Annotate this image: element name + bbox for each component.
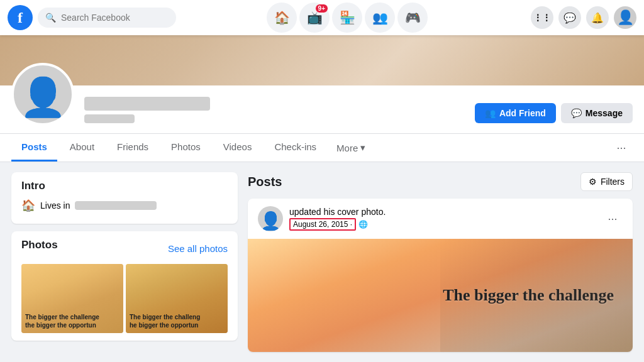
- photo-item-2[interactable]: The bigger the challenghe bigger the opp…: [126, 264, 228, 333]
- profile-name-area: [84, 97, 465, 126]
- intro-title: Intro: [21, 180, 228, 192]
- profile-sub-blurred: [84, 114, 135, 123]
- notifications-button[interactable]: 🔔: [586, 6, 609, 29]
- facebook-logo-f: f: [18, 9, 23, 26]
- profile-tabs: Posts About Friends Photos Videos Check-…: [0, 134, 644, 162]
- profile-avatar: 👤: [11, 63, 74, 126]
- tab-more-button[interactable]: More ▾: [329, 137, 373, 158]
- post-user-avatar: 👤: [258, 206, 283, 231]
- tab-photos[interactable]: Photos: [161, 134, 211, 162]
- globe-icon: 🌐: [358, 220, 368, 229]
- lives-in-value-blurred: [75, 201, 157, 210]
- watch-badge: 9+: [315, 4, 328, 13]
- more-label: More: [336, 143, 358, 153]
- message-button[interactable]: 💬 Message: [561, 103, 633, 123]
- gaming-nav-button[interactable]: 🎮: [397, 3, 428, 33]
- add-friend-icon: 👥: [485, 108, 496, 118]
- post-date-box[interactable]: August 26, 2015 ·: [289, 218, 356, 231]
- profile-actions: 👥 Add Friend 💬 Message: [475, 103, 633, 126]
- see-all-photos-link[interactable]: See all photos: [168, 243, 228, 254]
- topnav-center: 🏠 📺 9+ 🏪 👥 🎮: [184, 3, 511, 33]
- intro-card: Intro 🏠 Lives in: [11, 172, 238, 224]
- filters-icon: ⚙: [589, 177, 597, 187]
- photos-card: Photos See all photos The bigger the cha…: [11, 231, 238, 341]
- tab-about[interactable]: About: [60, 134, 104, 162]
- lives-in-label: Lives in: [40, 200, 70, 211]
- intro-lives-row: 🏠 Lives in: [21, 199, 228, 212]
- tab-options-button[interactable]: ···: [610, 136, 633, 159]
- profile-info-area: 👤 👥 Add Friend 💬 Message: [1, 85, 643, 133]
- post-avatar-person-icon: 👤: [260, 211, 282, 231]
- add-friend-button[interactable]: 👥 Add Friend: [475, 103, 556, 123]
- bell-icon: 🔔: [591, 12, 604, 24]
- tab-friends[interactable]: Friends: [107, 134, 158, 162]
- user-avatar[interactable]: 👤: [614, 6, 636, 29]
- photos-title: Photos: [21, 239, 58, 251]
- message-icon: 💬: [571, 108, 582, 118]
- tab-posts[interactable]: Posts: [11, 134, 57, 162]
- post-date-area: August 26, 2015 · 🌐: [289, 218, 386, 231]
- facebook-logo[interactable]: f: [8, 5, 33, 30]
- search-bar[interactable]: 🔍: [38, 8, 176, 28]
- right-column: Posts ⚙ Filters 👤 updated his cover phot…: [248, 172, 633, 352]
- marketplace-nav-button[interactable]: 🏪: [332, 3, 362, 33]
- home-intro-icon: 🏠: [21, 199, 35, 212]
- watch-nav-button[interactable]: 📺 9+: [299, 3, 330, 33]
- photo-text-1: The bigger the challengethe bigger the o…: [21, 309, 123, 333]
- post-action-text: updated his cover photo.: [289, 207, 386, 217]
- topnav: f 🔍 🏠 📺 9+ 🏪 👥 🎮 ⋮⋮ 💬: [0, 0, 644, 35]
- search-icon: 🔍: [45, 13, 56, 23]
- user-avatar-image: 👤: [617, 9, 634, 26]
- tab-checkins[interactable]: Check-ins: [264, 134, 326, 162]
- messenger-button[interactable]: 💬: [558, 6, 581, 29]
- post-options-button[interactable]: ···: [602, 209, 623, 229]
- post-user: 👤 updated his cover photo. August 26, 20…: [258, 206, 386, 231]
- content-area: Intro 🏠 Lives in Photos See all photos T…: [1, 172, 643, 352]
- profile-name-blurred: [84, 97, 210, 111]
- chevron-down-icon: ▾: [360, 142, 365, 153]
- ellipsis-icon: ···: [616, 141, 626, 155]
- home-nav-button[interactable]: 🏠: [267, 3, 297, 33]
- post-meta: updated his cover photo. August 26, 2015…: [289, 207, 386, 231]
- post-image: The bigger the challenge: [248, 239, 633, 352]
- gaming-icon: 🎮: [405, 10, 421, 25]
- main-content: 👤 👥 Add Friend 💬 Message Posts About: [0, 35, 644, 352]
- photos-header: Photos See all photos: [21, 239, 228, 258]
- search-input[interactable]: [61, 13, 155, 23]
- message-label: Message: [586, 108, 623, 118]
- messenger-icon: 💬: [564, 12, 576, 24]
- topnav-right: ⋮⋮ 💬 🔔 👤: [511, 6, 636, 29]
- filters-label: Filters: [601, 177, 625, 187]
- marketplace-icon: 🏪: [340, 10, 355, 25]
- photos-grid: The bigger the challengethe bigger the o…: [21, 264, 228, 333]
- person-icon: 👤: [19, 79, 67, 116]
- add-friend-label: Add Friend: [499, 108, 546, 118]
- groups-icon: 👥: [372, 10, 388, 25]
- profile-tabs-inner: Posts About Friends Photos Videos Check-…: [1, 134, 643, 162]
- tab-videos[interactable]: Videos: [213, 134, 262, 162]
- post-header: 👤 updated his cover photo. August 26, 20…: [248, 199, 633, 239]
- groups-nav-button[interactable]: 👥: [365, 3, 395, 33]
- grid-menu-button[interactable]: ⋮⋮: [531, 6, 553, 29]
- profile-section: 👤 👥 Add Friend 💬 Message: [0, 85, 644, 134]
- cover-photo: [0, 35, 644, 85]
- post-card: 👤 updated his cover photo. August 26, 20…: [248, 199, 633, 352]
- photo-text-2: The bigger the challenghe bigger the opp…: [126, 309, 228, 333]
- photo-item-1[interactable]: The bigger the challengethe bigger the o…: [21, 264, 123, 333]
- post-image-bridge-overlay: [440, 239, 633, 352]
- home-icon: 🏠: [274, 10, 290, 25]
- posts-header: Posts ⚙ Filters: [248, 172, 633, 191]
- left-column: Intro 🏠 Lives in Photos See all photos T…: [11, 172, 238, 352]
- posts-section-title: Posts: [248, 175, 282, 189]
- filters-button[interactable]: ⚙ Filters: [580, 172, 633, 191]
- grid-icon: ⋮⋮: [533, 13, 551, 23]
- topnav-left: f 🔍: [8, 5, 184, 30]
- post-ellipsis-icon: ···: [608, 212, 617, 226]
